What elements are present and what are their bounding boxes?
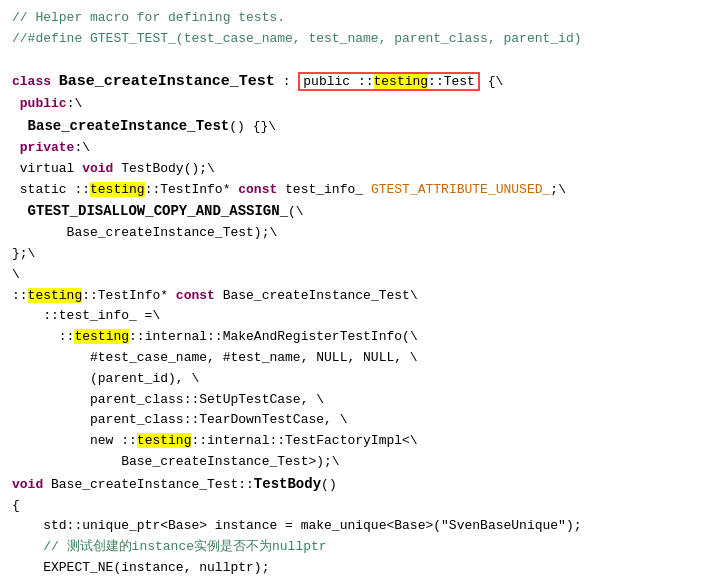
code-line-12: };\: [12, 244, 706, 265]
code-line-24: {: [12, 496, 706, 517]
code-line-16: ::testing::internal::MakeAndRegisterTest…: [12, 327, 706, 348]
code-line-4: class Base_createInstance_Test : public …: [12, 70, 706, 94]
code-line-20: parent_class::TearDownTestCase, \: [12, 410, 706, 431]
code-line-15: ::test_info_ =\: [12, 306, 706, 327]
code-line-13: \: [12, 265, 706, 286]
code-line-26: // 测试创建的instance实例是否不为nullptr: [12, 537, 706, 558]
code-line-27: EXPECT_NE(instance, nullptr);: [12, 558, 706, 577]
code-line-23: void Base_createInstance_Test::TestBody(…: [12, 473, 706, 496]
code-line-1: // Helper macro for defining tests.: [12, 8, 706, 29]
code-line-2: //#define GTEST_TEST_(test_case_name, te…: [12, 29, 706, 50]
code-line-9: static ::testing::TestInfo* const test_i…: [12, 180, 706, 201]
code-line-17: #test_case_name, #test_name, NULL, NULL,…: [12, 348, 706, 369]
code-line-10: GTEST_DISALLOW_COPY_AND_ASSIGN_(\: [12, 200, 706, 223]
code-line-8: virtual void TestBody();\: [12, 159, 706, 180]
code-line-21: new ::testing::internal::TestFactoryImpl…: [12, 431, 706, 452]
code-line-3: [12, 50, 706, 71]
code-line-6: Base_createInstance_Test() {}\: [12, 115, 706, 138]
code-line-11: Base_createInstance_Test);\: [12, 223, 706, 244]
code-line-5: public:\: [12, 94, 706, 115]
code-line-22: Base_createInstance_Test>);\: [12, 452, 706, 473]
code-line-18: (parent_id), \: [12, 369, 706, 390]
code-line-25: std::unique_ptr<Base> instance = make_un…: [12, 516, 706, 537]
code-editor: // Helper macro for defining tests. //#d…: [0, 0, 718, 577]
code-line-7: private:\: [12, 138, 706, 159]
code-line-19: parent_class::SetUpTestCase, \: [12, 390, 706, 411]
code-line-14: ::testing::TestInfo* const Base_createIn…: [12, 286, 706, 307]
